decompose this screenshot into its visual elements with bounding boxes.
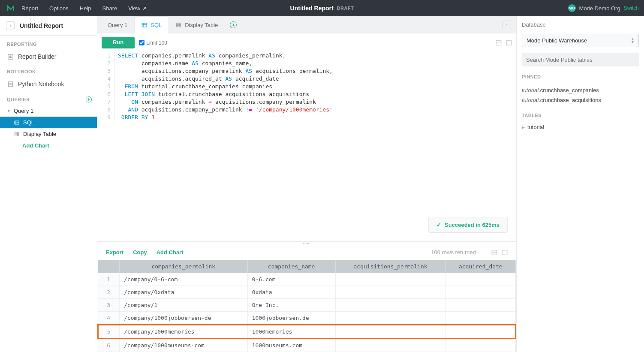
results-layout-full-icon[interactable]	[502, 250, 508, 256]
menu-options[interactable]: Options	[49, 5, 69, 12]
table-cell[interactable]: 0-6.com	[247, 273, 335, 286]
row-number-cell[interactable]: 6	[98, 339, 120, 352]
pinned-item[interactable]: tutorial.crunchbase_companies	[522, 85, 639, 95]
results-table[interactable]: companies_permalink companies_name acqui…	[97, 260, 516, 352]
menu-view[interactable]: View ↗	[128, 5, 147, 12]
sql-tab-icon	[141, 22, 147, 28]
menu-help[interactable]: Help	[80, 5, 91, 12]
table-cell[interactable]	[335, 286, 445, 299]
add-tab-button[interactable]: +	[225, 16, 242, 33]
table-cell[interactable]	[335, 312, 445, 325]
display-table-tree-item[interactable]: Display Table	[0, 128, 97, 140]
copy-link[interactable]: Copy	[133, 249, 147, 256]
search-tables-input[interactable]	[522, 53, 639, 66]
col-header-0[interactable]: companies_permalink	[120, 260, 248, 273]
python-notebook-item[interactable]: Python Notebook	[0, 78, 97, 90]
table-cell[interactable]: /company/1000memories	[120, 325, 248, 339]
col-header-2[interactable]: acquisitions_permalink	[335, 260, 445, 273]
menu-share[interactable]: Share	[102, 5, 117, 12]
tab-sql[interactable]: SQL	[134, 16, 169, 33]
section-queries: QUERIES	[7, 97, 30, 102]
report-builder-icon	[7, 54, 14, 60]
pinned-section: PINNED	[522, 74, 639, 79]
python-notebook-label: Python Notebook	[18, 81, 64, 87]
report-title[interactable]: Untitled Report	[290, 5, 334, 12]
report-builder-item[interactable]: Report Builder	[0, 50, 97, 63]
schema-tree-item[interactable]: ▶ tutorial	[522, 124, 639, 130]
table-cell[interactable]	[445, 312, 515, 325]
row-number-header	[98, 260, 120, 273]
top-menu: Report Options Help Share View ↗	[21, 5, 147, 12]
table-cell[interactable]	[335, 273, 445, 286]
table-cell[interactable]	[445, 286, 515, 299]
table-icon	[14, 132, 20, 137]
table-cell[interactable]: /company/1000jobboersen-de	[120, 312, 248, 325]
row-number-cell[interactable]: 4	[98, 312, 120, 325]
table-cell[interactable]	[445, 339, 515, 352]
limit-checkbox-label: Limit 100	[146, 40, 167, 46]
table-cell[interactable]	[335, 325, 445, 339]
add-query-button[interactable]: +	[86, 96, 92, 102]
sidebar-report-name[interactable]: Untitled Report	[20, 22, 63, 29]
row-number-cell[interactable]: 3	[98, 299, 120, 312]
section-notebook: NOTEBOOK	[0, 63, 97, 78]
table-row[interactable]: 6/company/1000museums-com1000museums.com	[98, 339, 516, 352]
tab-display-table[interactable]: Display Table	[169, 16, 225, 33]
table-cell[interactable]: One Inc.	[247, 299, 335, 312]
run-button[interactable]: Run	[102, 37, 135, 48]
caret-right-icon: ▶	[522, 125, 525, 129]
next-tab-button[interactable]: ›	[503, 21, 511, 29]
limit-checkbox[interactable]: Limit 100	[139, 40, 167, 46]
table-row[interactable]: 2/company/0xdata0xdata	[98, 286, 516, 299]
table-cell[interactable]	[445, 273, 515, 286]
table-cell[interactable]	[445, 325, 515, 339]
col-header-3[interactable]: acquired_date	[445, 260, 515, 273]
table-cell[interactable]: 0xdata	[247, 286, 335, 299]
logo-icon[interactable]	[5, 3, 16, 14]
table-cell[interactable]	[335, 299, 445, 312]
table-cell[interactable]	[445, 299, 515, 312]
table-cell[interactable]: /company/1	[120, 299, 248, 312]
row-number-cell[interactable]: 2	[98, 286, 120, 299]
resize-handle[interactable]	[97, 241, 516, 245]
code-content[interactable]: SELECT companies.permalink AS companies_…	[114, 52, 333, 121]
table-row[interactable]: 3/company/1One Inc.	[98, 299, 516, 312]
tab-query1[interactable]: Query 1	[101, 16, 134, 33]
draft-badge: DRAFT	[337, 6, 354, 11]
results-layout-split-icon[interactable]	[491, 250, 497, 256]
table-cell[interactable]: 1000jobboersen.de	[247, 312, 335, 325]
add-chart-link[interactable]: Add Chart	[0, 140, 97, 151]
table-cell[interactable]	[335, 339, 445, 352]
table-cell[interactable]: /company/1000museums-com	[120, 339, 248, 352]
table-row[interactable]: 1/company/0-6-com0-6.com	[98, 273, 516, 286]
tab-sql-label: SQL	[150, 22, 162, 28]
row-number-cell[interactable]: 5	[98, 325, 120, 339]
report-title-area: Untitled Report DRAFT	[290, 5, 354, 12]
back-button[interactable]: ‹	[6, 21, 15, 30]
org-badge-icon: MO	[568, 4, 576, 12]
switch-link[interactable]: Switch	[624, 5, 639, 11]
layout-split-icon[interactable]	[496, 40, 502, 46]
row-number-cell[interactable]: 1	[98, 273, 120, 286]
limit-checkbox-input[interactable]	[139, 40, 144, 45]
table-row[interactable]: 5/company/1000memories1000memories	[98, 325, 516, 339]
col-header-1[interactable]: companies_name	[247, 260, 335, 273]
code-editor[interactable]: 123456789 SELECT companies.permalink AS …	[97, 52, 516, 241]
results-add-chart-link[interactable]: Add Chart	[156, 249, 184, 256]
table-cell[interactable]: 1000museums.com	[247, 339, 335, 352]
layout-full-icon[interactable]	[506, 40, 512, 46]
svg-rect-2	[15, 121, 19, 124]
table-cell[interactable]: 1000memories	[247, 325, 335, 339]
table-row[interactable]: 4/company/1000jobboersen-de1000jobboerse…	[98, 312, 516, 325]
schema-label: tutorial	[527, 124, 544, 130]
query1-tree-item[interactable]: ▼ Query 1	[0, 105, 97, 117]
pinned-item[interactable]: tutorial.crunchbase_acquisitions	[522, 95, 639, 105]
org-area[interactable]: MO Mode Demo Org Switch	[568, 4, 639, 12]
export-link[interactable]: Export	[106, 249, 123, 256]
table-cell[interactable]: /company/0xdata	[120, 286, 248, 299]
org-name: Mode Demo Org	[579, 5, 620, 12]
table-cell[interactable]: /company/0-6-com	[120, 273, 248, 286]
sql-tree-item[interactable]: SQL	[0, 117, 97, 128]
database-select[interactable]: Mode Public Warehouse	[522, 34, 639, 47]
menu-report[interactable]: Report	[21, 5, 38, 12]
